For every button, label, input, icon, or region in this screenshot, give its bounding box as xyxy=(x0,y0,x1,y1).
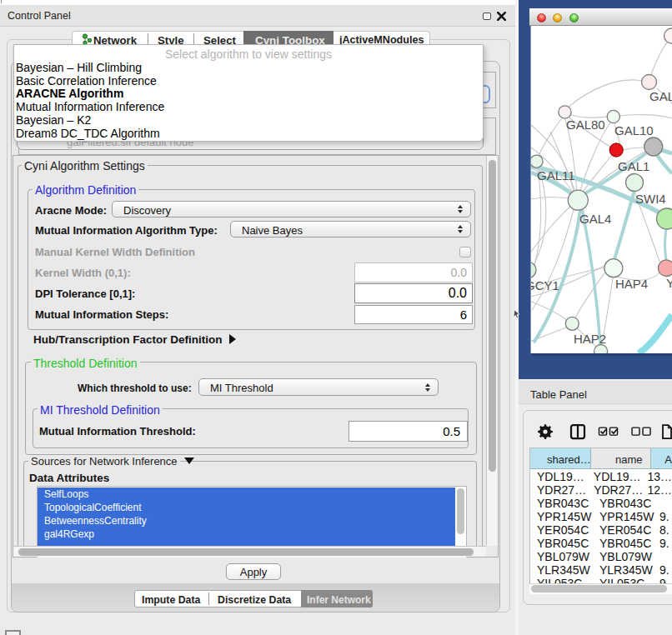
svg-text:GAL: GAL xyxy=(649,89,672,103)
svg-text:GAL11: GAL11 xyxy=(537,168,575,182)
svg-text:HAP2: HAP2 xyxy=(574,332,606,346)
svg-text:GAL80: GAL80 xyxy=(566,118,605,132)
svg-text:SWI4: SWI4 xyxy=(635,192,666,206)
svg-text:GCY1: GCY1 xyxy=(531,278,559,292)
svg-text:GAL10: GAL10 xyxy=(614,123,654,138)
svg-text:HAP4: HAP4 xyxy=(615,277,648,291)
svg-text:Y: Y xyxy=(666,276,672,290)
svg-text:GAL4: GAL4 xyxy=(579,212,611,226)
svg-text:GAL1: GAL1 xyxy=(618,159,649,173)
